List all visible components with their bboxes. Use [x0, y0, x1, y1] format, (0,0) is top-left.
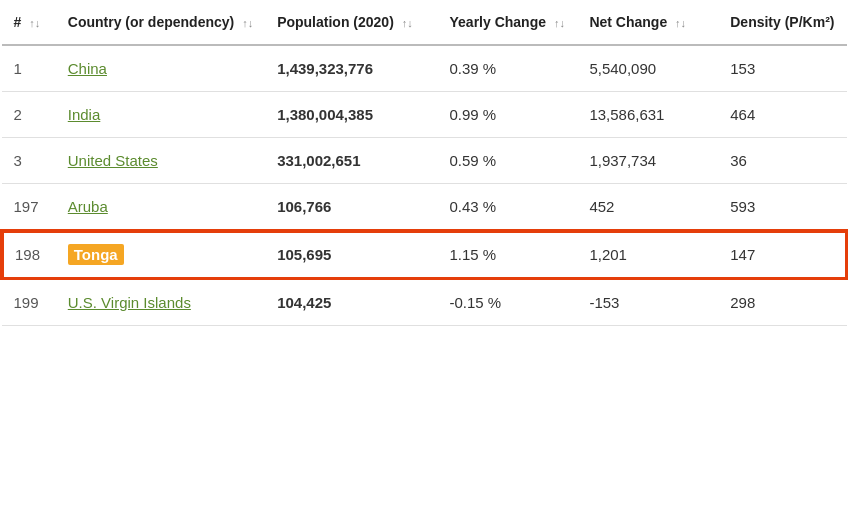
- table-row: 199U.S. Virgin Islands104,425-0.15 %-153…: [2, 279, 847, 326]
- header-population[interactable]: Population (2020) ↑↓: [265, 0, 437, 45]
- sort-icon-net[interactable]: ↑↓: [675, 17, 686, 29]
- sort-icon-yearly[interactable]: ↑↓: [554, 17, 565, 29]
- cell-net-change: -153: [577, 279, 718, 326]
- country-link[interactable]: U.S. Virgin Islands: [68, 294, 191, 311]
- cell-density: 298: [718, 279, 846, 326]
- cell-num: 199: [2, 279, 56, 326]
- population-table: # ↑↓ Country (or dependency) ↑↓ Populati…: [0, 0, 848, 326]
- cell-yearly-change: 0.99 %: [438, 92, 578, 138]
- country-link[interactable]: United States: [68, 152, 158, 169]
- country-link[interactable]: China: [68, 60, 107, 77]
- cell-yearly-change: 0.43 %: [438, 184, 578, 231]
- cell-net-change: 1,201: [577, 231, 718, 279]
- population-table-container: # ↑↓ Country (or dependency) ↑↓ Populati…: [0, 0, 848, 326]
- table-row: 197Aruba106,7660.43 %452593: [2, 184, 847, 231]
- cell-country[interactable]: China: [56, 45, 265, 92]
- cell-net-change: 13,586,631: [577, 92, 718, 138]
- cell-population: 331,002,651: [265, 138, 437, 184]
- table-row: 2India1,380,004,3850.99 %13,586,631464: [2, 92, 847, 138]
- cell-net-change: 1,937,734: [577, 138, 718, 184]
- cell-population: 1,380,004,385: [265, 92, 437, 138]
- cell-density: 464: [718, 92, 846, 138]
- header-yearly-change[interactable]: Yearly Change ↑↓: [438, 0, 578, 45]
- cell-population: 106,766: [265, 184, 437, 231]
- table-header-row: # ↑↓ Country (or dependency) ↑↓ Populati…: [2, 0, 847, 45]
- cell-country[interactable]: India: [56, 92, 265, 138]
- cell-population: 104,425: [265, 279, 437, 326]
- cell-net-change: 452: [577, 184, 718, 231]
- table-row: 198Tonga105,6951.15 %1,201147: [2, 231, 847, 279]
- cell-population: 1,439,323,776: [265, 45, 437, 92]
- cell-density: 36: [718, 138, 846, 184]
- tonga-badge: Tonga: [68, 244, 124, 265]
- table-row: 1China1,439,323,7760.39 %5,540,090153: [2, 45, 847, 92]
- cell-yearly-change: 0.39 %: [438, 45, 578, 92]
- header-density[interactable]: Density (P/Km²): [718, 0, 846, 45]
- cell-yearly-change: -0.15 %: [438, 279, 578, 326]
- sort-icon-num[interactable]: ↑↓: [29, 17, 40, 29]
- cell-num: 3: [2, 138, 56, 184]
- cell-country: Tonga: [56, 231, 265, 279]
- cell-num: 198: [2, 231, 56, 279]
- cell-net-change: 5,540,090: [577, 45, 718, 92]
- cell-country[interactable]: U.S. Virgin Islands: [56, 279, 265, 326]
- sort-icon-population[interactable]: ↑↓: [402, 17, 413, 29]
- header-num[interactable]: # ↑↓: [2, 0, 56, 45]
- country-link[interactable]: India: [68, 106, 101, 123]
- cell-country[interactable]: Aruba: [56, 184, 265, 231]
- cell-density: 593: [718, 184, 846, 231]
- cell-population: 105,695: [265, 231, 437, 279]
- cell-num: 1: [2, 45, 56, 92]
- cell-yearly-change: 1.15 %: [438, 231, 578, 279]
- cell-density: 147: [718, 231, 846, 279]
- table-body: 1China1,439,323,7760.39 %5,540,0901532In…: [2, 45, 847, 326]
- cell-density: 153: [718, 45, 846, 92]
- cell-num: 197: [2, 184, 56, 231]
- cell-country[interactable]: United States: [56, 138, 265, 184]
- sort-icon-country[interactable]: ↑↓: [242, 17, 253, 29]
- cell-num: 2: [2, 92, 56, 138]
- country-link[interactable]: Aruba: [68, 198, 108, 215]
- header-country[interactable]: Country (or dependency) ↑↓: [56, 0, 265, 45]
- cell-yearly-change: 0.59 %: [438, 138, 578, 184]
- header-net-change[interactable]: Net Change ↑↓: [577, 0, 718, 45]
- table-row: 3United States331,002,6510.59 %1,937,734…: [2, 138, 847, 184]
